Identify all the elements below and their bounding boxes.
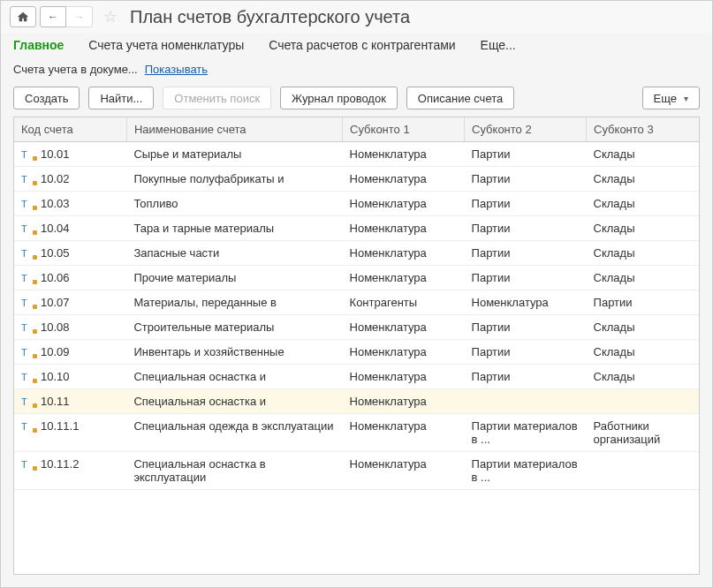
- table-row[interactable]: Т10.04Тара и тарные материалыНоменклатур…: [14, 216, 699, 241]
- table-row[interactable]: Т10.02Покупные полуфабрикаты иНоменклату…: [14, 167, 699, 192]
- code-text: 10.01: [41, 147, 70, 161]
- tab-main[interactable]: Главное: [13, 38, 64, 52]
- cell-s1: Контрагенты: [343, 290, 465, 315]
- col-code[interactable]: Код счета: [14, 117, 126, 142]
- table-row[interactable]: Т10.05Запасные частиНоменклатураПартииСк…: [14, 241, 699, 266]
- cell-name: Специальная оснастка в эксплуатации: [126, 452, 342, 490]
- cell-name: Строительные материалы: [126, 315, 342, 340]
- back-button[interactable]: ←: [40, 6, 66, 27]
- account-description-button[interactable]: Описание счета: [406, 87, 514, 109]
- code-text: 10.11.1: [41, 419, 79, 433]
- cell-name: Тара и тарные материалы: [126, 216, 342, 241]
- cell-s3: Партии: [587, 290, 699, 315]
- favorite-star-icon[interactable]: ☆: [100, 6, 121, 27]
- code-text: 10.08: [41, 320, 70, 334]
- cell-s3: Склады: [587, 142, 699, 167]
- cell-name: Специальная оснастка и: [126, 365, 342, 389]
- cell-s1: Номенклатура: [343, 452, 465, 490]
- table-row[interactable]: Т10.11.1Специальная одежда в эксплуатаци…: [14, 414, 699, 452]
- col-sub3[interactable]: Субконто 3: [587, 117, 699, 142]
- find-button[interactable]: Найти...: [88, 87, 154, 109]
- cell-code: Т10.09: [14, 340, 126, 365]
- tab-more[interactable]: Еще...: [481, 38, 516, 52]
- col-name[interactable]: Наименование счета: [126, 117, 342, 142]
- cell-code: Т10.04: [14, 216, 126, 241]
- cancel-search-button[interactable]: Отменить поиск: [163, 87, 271, 109]
- account-icon: Т: [21, 421, 34, 432]
- filter-row: Счета учета в докуме... Показывать: [1, 61, 712, 83]
- table-row[interactable]: Т10.03ТопливоНоменклатураПартииСклады: [14, 192, 699, 216]
- journal-button[interactable]: Журнал проводок: [280, 87, 398, 109]
- cell-s2: Партии материалов в ...: [465, 452, 587, 490]
- more-actions-button[interactable]: Еще ▾: [642, 87, 700, 109]
- more-actions-label: Еще: [654, 92, 677, 105]
- cell-name: Топливо: [126, 192, 342, 216]
- filter-label: Счета учета в докуме...: [13, 63, 138, 76]
- table-row[interactable]: Т10.11.2Специальная оснастка в эксплуата…: [14, 452, 699, 490]
- code-text: 10.03: [41, 197, 70, 210]
- account-icon: Т: [21, 298, 34, 308]
- cell-s3: Склады: [587, 216, 699, 241]
- cell-s1: Номенклатура: [343, 389, 465, 414]
- cell-s1: Номенклатура: [343, 192, 465, 216]
- col-sub1[interactable]: Субконто 1: [343, 117, 465, 142]
- account-icon: Т: [21, 322, 34, 333]
- cell-code: Т10.02: [14, 167, 126, 192]
- tab-nomenclature[interactable]: Счета учета номенклатуры: [88, 38, 244, 52]
- account-icon: Т: [21, 372, 34, 382]
- col-sub2[interactable]: Субконто 2: [465, 117, 587, 142]
- code-text: 10.11.2: [41, 457, 79, 471]
- cell-name: Инвентарь и хозяйственные: [126, 340, 342, 365]
- cell-s2: Партии: [465, 142, 587, 167]
- cell-s3: [587, 389, 699, 414]
- cell-name: Специальная оснастка и: [126, 389, 342, 414]
- cell-code: Т10.05: [14, 241, 126, 266]
- table-row[interactable]: Т10.10Специальная оснастка иНоменклатура…: [14, 365, 699, 389]
- cell-s3: Работники организаций: [587, 414, 699, 452]
- cell-s3: Склады: [587, 167, 699, 192]
- cell-s3: Склады: [587, 365, 699, 389]
- cell-code: Т10.11.1: [14, 414, 126, 452]
- code-text: 10.11: [41, 395, 70, 408]
- account-icon: Т: [21, 396, 34, 407]
- code-text: 10.09: [41, 345, 70, 358]
- cell-s3: Склады: [587, 315, 699, 340]
- cell-s1: Номенклатура: [343, 315, 465, 340]
- cell-code: Т10.08: [14, 315, 126, 340]
- cell-s3: [587, 452, 699, 490]
- table-row[interactable]: Т10.07Материалы, переданные вКонтрагенты…: [14, 290, 699, 315]
- create-button[interactable]: Создать: [13, 87, 80, 109]
- toolbar: Создать Найти... Отменить поиск Журнал п…: [1, 83, 712, 117]
- cell-s1: Номенклатура: [343, 241, 465, 266]
- cell-name: Покупные полуфабрикаты и: [126, 167, 342, 192]
- table-row[interactable]: Т10.08Строительные материалыНоменклатура…: [14, 315, 699, 340]
- cell-code: Т10.03: [14, 192, 126, 216]
- code-text: 10.06: [41, 271, 70, 284]
- page-title: План счетов бухгалтерского учета: [130, 7, 410, 27]
- cell-code: Т10.11.2: [14, 452, 126, 490]
- table-row[interactable]: Т10.11Специальная оснастка иНоменклатура: [14, 389, 699, 414]
- cell-s1: Номенклатура: [343, 167, 465, 192]
- cell-s1: Номенклатура: [343, 216, 465, 241]
- cell-code: Т10.06: [14, 266, 126, 290]
- cell-s1: Номенклатура: [343, 365, 465, 389]
- table-row[interactable]: Т10.09Инвентарь и хозяйственныеНоменклат…: [14, 340, 699, 365]
- cell-s3: Склады: [587, 266, 699, 290]
- chevron-down-icon: ▾: [684, 94, 688, 103]
- account-icon: Т: [21, 273, 34, 283]
- code-text: 10.04: [41, 222, 70, 235]
- cell-s2: Партии: [465, 365, 587, 389]
- cell-code: Т10.10: [14, 365, 126, 389]
- account-icon: Т: [21, 223, 34, 234]
- cell-code: Т10.01: [14, 142, 126, 167]
- filter-link-show[interactable]: Показывать: [145, 63, 208, 76]
- account-icon: Т: [21, 174, 34, 185]
- table-row[interactable]: Т10.01Сырье и материалыНоменклатураПарти…: [14, 142, 699, 167]
- cell-s3: Склады: [587, 192, 699, 216]
- tab-contractors[interactable]: Счета расчетов с контрагентами: [269, 38, 455, 52]
- forward-button[interactable]: →: [66, 6, 93, 27]
- table-row[interactable]: Т10.06Прочие материалыНоменклатураПартии…: [14, 266, 699, 290]
- account-icon: Т: [21, 347, 34, 358]
- home-button[interactable]: [10, 6, 36, 27]
- account-icon: Т: [21, 459, 34, 470]
